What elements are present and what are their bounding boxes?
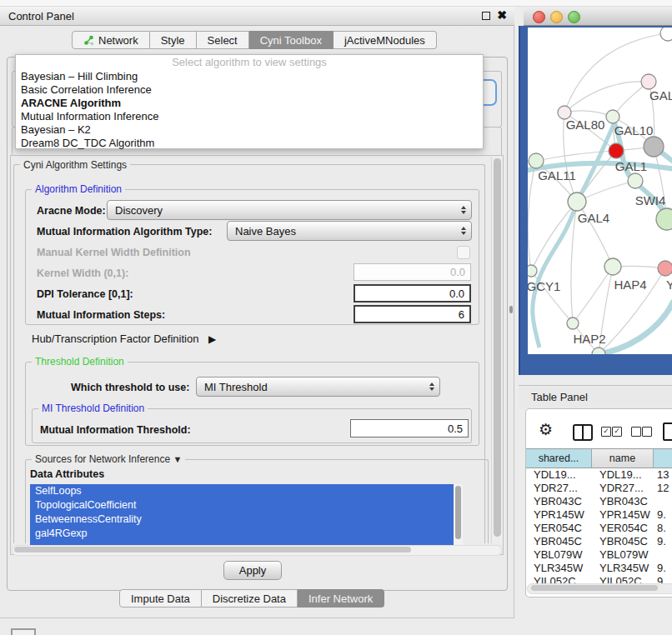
network-canvas[interactable]: GAL GAL80 GAL10 GAL1 GAL11 SWI4 GAL4 GCY… [528, 28, 672, 354]
tab-style[interactable]: Style [150, 31, 197, 49]
network-node-hap4[interactable] [604, 258, 621, 275]
settings-horizontal-scrollbar[interactable] [12, 545, 502, 556]
top-strip [0, 0, 672, 7]
node-label: GCY1 [528, 279, 560, 293]
which-threshold-value: MI Threshold [204, 381, 268, 393]
mi-steps-field[interactable]: 6 [354, 305, 471, 323]
tab-cyni-toolbox[interactable]: Cyni Toolbox [249, 31, 333, 49]
network-node[interactable] [660, 28, 672, 41]
control-panel-titlebar[interactable]: Control Panel ✖ [0, 7, 514, 26]
column-header-partial[interactable] [654, 448, 672, 468]
checked-checkbox-icon[interactable]: ✓ [612, 427, 622, 437]
tab-select-label: Select [208, 34, 238, 47]
table-cell: YDL19... [592, 468, 654, 482]
network-window-titlebar[interactable] [524, 7, 672, 26]
algorithm-option[interactable]: Bayesian – K2 [16, 123, 483, 137]
column-header-shared-label: shared... [539, 452, 579, 464]
network-node-gal11[interactable] [529, 153, 544, 168]
column-header-name-label: name [609, 452, 635, 464]
algorithm-option-selected[interactable]: ARACNE Algorithm [16, 97, 483, 110]
table-panel-title: Table Panel [531, 391, 588, 403]
tab-infer-network[interactable]: Infer Network [298, 589, 384, 608]
attribute-item-selected[interactable]: BetweennessCentrality [30, 512, 454, 527]
tab-jactivemnodules-label: jActiveMNodules [344, 34, 425, 47]
table-row[interactable]: YBR045CYBR045C9. [526, 535, 672, 548]
dpi-tolerance-label: DPI Tolerance [0,1]: [37, 288, 133, 300]
panel-splitter-handle[interactable] [509, 306, 513, 313]
document-icon[interactable] [663, 422, 672, 441]
table-row[interactable]: YDL19...YDL19...13 [526, 468, 672, 482]
network-nodes[interactable] [528, 28, 672, 354]
apply-button[interactable]: Apply [223, 561, 282, 580]
attribute-item-selected[interactable]: gal4RGexp [30, 527, 454, 541]
algorithm-option[interactable]: Bayesian – Hill Climbing [16, 70, 483, 83]
table-row[interactable]: YDR27...YDR27...12 [526, 482, 672, 495]
network-node-gal1[interactable] [609, 143, 624, 158]
attribute-item-selected[interactable]: SelfLoops [30, 484, 454, 498]
attribute-item-selected[interactable]: TopologicalCoefficient [30, 498, 454, 512]
unchecked-checkbox-icon[interactable] [642, 427, 652, 437]
table-horizontal-scrollbar[interactable] [527, 583, 672, 594]
mi-type-combo[interactable]: Naive Bayes [227, 221, 472, 241]
column-header-shared[interactable]: shared... [526, 448, 592, 468]
settings-vertical-scrollbar[interactable] [491, 157, 503, 543]
table-row[interactable]: YBL079WYBL079W [526, 548, 672, 562]
table-row[interactable]: YER054CYER054C8. [526, 522, 672, 535]
float-window-icon[interactable] [482, 12, 490, 20]
table-row[interactable]: YPR145WYPR145W9. [526, 508, 672, 522]
column-header-name[interactable]: name [592, 448, 654, 468]
network-node-gcy1[interactable] [528, 265, 537, 277]
hub-section-toggle[interactable]: Hub/Transcription Factor Definition ▶ [32, 332, 216, 345]
manual-kernel-checkbox[interactable] [457, 246, 470, 259]
network-node-swi4[interactable] [628, 173, 643, 188]
tab-select[interactable]: Select [197, 31, 249, 49]
mi-threshold-field[interactable]: 0.5 [350, 419, 469, 438]
network-node-gal4[interactable] [568, 192, 586, 211]
unchecked-checkbox-icon[interactable] [631, 427, 641, 437]
bottom-left-panel-fragment [11, 628, 36, 635]
stepper-icon [461, 222, 466, 240]
network-node-gal10[interactable] [606, 110, 619, 123]
algorithm-option[interactable]: Basic Correlation Inference [16, 83, 483, 97]
table-cell: YLR345W [592, 562, 654, 575]
dpi-tolerance-field[interactable]: 0.0 [354, 284, 471, 302]
which-threshold-label: Which threshold to use: [71, 382, 189, 393]
node-label: GAL80 [566, 118, 605, 132]
table-row[interactable]: YLR345WYLR345W9. [526, 562, 672, 575]
close-icon[interactable]: ✖ [497, 8, 507, 22]
table-cell: YBR045C [526, 535, 592, 548]
kernel-width-field[interactable]: 0.0 [354, 263, 471, 281]
sources-group-title[interactable]: Sources for Network Inference ▼ [32, 453, 185, 465]
minimize-traffic-light[interactable] [550, 11, 563, 23]
algorithm-dropdown-popup: Select algorithm to view settings Bayesi… [15, 54, 484, 149]
stepper-icon [429, 378, 434, 396]
tab-cyni-toolbox-label: Cyni Toolbox [260, 34, 322, 47]
network-node-hap2[interactable] [567, 318, 579, 329]
table-cell: YPR145W [592, 508, 654, 522]
gear-icon[interactable]: ⚙︎ [539, 422, 553, 438]
zoom-traffic-light[interactable] [568, 11, 580, 23]
tab-impute-data[interactable]: Impute Data [119, 589, 202, 608]
table-cell: 13 [654, 468, 672, 482]
algorithm-option[interactable]: Mutual Information Inference [16, 110, 483, 123]
close-traffic-light[interactable] [533, 11, 545, 23]
tab-discretize-data[interactable]: Discretize Data [202, 589, 298, 608]
tab-jactivemnodules[interactable]: jActiveMNodules [333, 31, 437, 49]
split-columns-icon[interactable] [573, 424, 593, 441]
network-node-salmon[interactable] [658, 261, 672, 276]
node-label: GAL4 [578, 211, 609, 225]
network-node[interactable] [641, 74, 656, 89]
checked-checkbox-icon[interactable]: ✓ [601, 427, 611, 437]
control-panel-title: Control Panel [8, 10, 74, 22]
which-threshold-combo[interactable]: MI Threshold [196, 377, 440, 397]
table-row[interactable]: YBR043CYBR043C [526, 495, 672, 508]
table-cell: YER054C [592, 522, 654, 535]
network-node-gray[interactable] [644, 137, 664, 157]
table-cell: YDR27... [526, 482, 592, 495]
algorithm-option[interactable]: Dream8 DC_TDC Algorithm [16, 137, 483, 150]
network-node[interactable] [656, 208, 672, 230]
table-cell [654, 548, 672, 562]
tab-network[interactable]: Network [72, 31, 150, 49]
aracne-mode-combo[interactable]: Discovery [107, 200, 472, 220]
attributes-vertical-scrollbar[interactable] [454, 484, 463, 546]
